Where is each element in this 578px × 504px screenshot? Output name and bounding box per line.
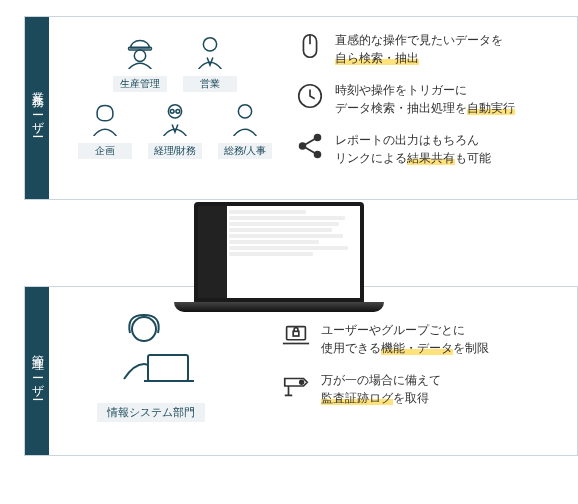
role-production: 生産管理 — [109, 31, 171, 92]
role-label: 営業 — [183, 76, 237, 92]
feature-text: 万が一の場合に備えて — [321, 373, 441, 387]
svg-point-15 — [132, 317, 156, 341]
feature-permission: ユーザーやグループごとに 使用できる機能・データを制限 — [281, 321, 561, 357]
cctv-icon — [281, 371, 311, 401]
feature-audit: 万が一の場合に備えて 監査証跡ログを取得 — [281, 371, 561, 407]
svg-point-4 — [170, 109, 174, 113]
role-label: 企画 — [78, 143, 132, 159]
bottom-features: ユーザーやグループごとに 使用できる機能・データを制限 万が一の場合に備えて 監… — [281, 321, 561, 421]
person-suit-icon — [191, 31, 229, 69]
role-label: 経理/財務 — [148, 143, 202, 159]
role-finance: 経理/財務 — [144, 98, 206, 159]
person-helmet-icon — [121, 31, 159, 69]
feature-post: も可能 — [455, 151, 491, 165]
laptop-illustration — [194, 202, 384, 312]
svg-rect-16 — [148, 355, 188, 381]
feature-highlight: 自ら検索・抽出 — [335, 51, 419, 65]
svg-point-10 — [299, 142, 307, 150]
business-user-panel: 業務ユーザー 生産管理 — [24, 16, 578, 200]
laptop-lock-icon — [281, 321, 311, 351]
role-hr: 総務/人事 — [214, 98, 276, 159]
feature-post: を制限 — [453, 341, 489, 355]
person-female-icon — [86, 98, 124, 136]
role-label: 総務/人事 — [218, 143, 272, 159]
svg-line-13 — [304, 139, 315, 146]
feature-share: レポートの出力はもちろん リンクによる結果共有も可能 — [295, 131, 565, 167]
person-icon — [226, 98, 264, 136]
svg-point-6 — [238, 105, 251, 118]
feature-highlight: 機能・データ — [381, 341, 453, 355]
svg-rect-18 — [293, 331, 299, 336]
share-icon — [295, 131, 325, 161]
feature-post: を取得 — [393, 391, 429, 405]
svg-point-1 — [134, 50, 145, 61]
svg-point-11 — [314, 134, 322, 142]
top-features: 直感的な操作で見たいデータを 自ら検索・抽出 時刻や操作をトリガーに データ検索… — [295, 31, 565, 181]
feature-highlight: 自動実行 — [467, 101, 515, 115]
svg-rect-17 — [287, 327, 306, 340]
svg-line-14 — [304, 147, 315, 154]
admin-user-label: 管理ユーザー — [25, 287, 49, 455]
svg-point-19 — [300, 380, 304, 384]
role-label: 生産管理 — [113, 76, 167, 92]
feature-text: 時刻や操作をトリガーに データ検索・抽出処理を — [335, 83, 467, 115]
roles-grid: 生産管理 営業 — [65, 31, 285, 165]
svg-point-12 — [314, 151, 322, 159]
role-planning: 企画 — [74, 98, 136, 159]
feature-schedule: 時刻や操作をトリガーに データ検索・抽出処理を自動実行 — [295, 81, 565, 117]
feature-text: 直感的な操作で見たいデータを — [335, 33, 503, 47]
svg-point-5 — [176, 109, 180, 113]
admin-role-label: 情報システム部門 — [97, 403, 205, 422]
person-laptop-icon — [106, 309, 196, 395]
role-it-department: 情報システム部門 — [97, 309, 205, 422]
svg-point-2 — [203, 38, 216, 51]
person-glasses-icon — [156, 98, 194, 136]
mouse-icon — [295, 31, 325, 61]
feature-highlight: 結果共有 — [407, 151, 455, 165]
clock-icon — [295, 81, 325, 111]
business-user-label: 業務ユーザー — [25, 17, 49, 199]
feature-highlight: 監査証跡ログ — [321, 391, 393, 405]
feature-search: 直感的な操作で見たいデータを 自ら検索・抽出 — [295, 31, 565, 67]
role-sales: 営業 — [179, 31, 241, 92]
